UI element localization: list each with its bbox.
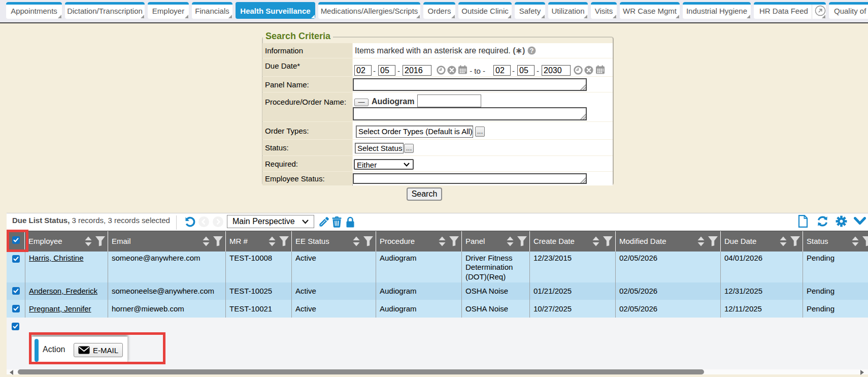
svg-text:?: ? [529, 47, 533, 54]
